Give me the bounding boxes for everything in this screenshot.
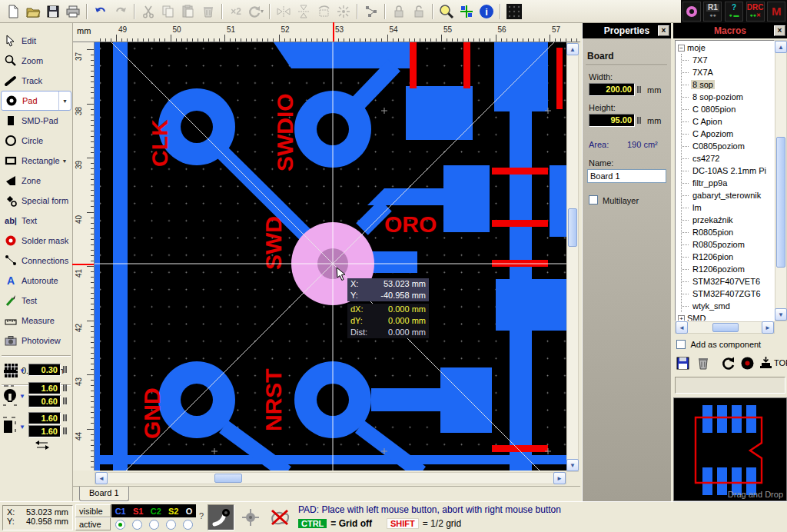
add-as-component-checkbox[interactable] <box>676 340 686 349</box>
tool-autoroute[interactable]: AAutoroute <box>0 271 72 291</box>
drc-tile[interactable]: DRC●●✕ <box>746 2 765 22</box>
pad-macro-tile[interactable] <box>682 2 701 22</box>
expand-icon[interactable]: + <box>678 315 685 322</box>
redo-button[interactable] <box>111 2 131 21</box>
macro-item[interactable]: cs4272 <box>682 152 774 165</box>
board-height-spinner[interactable] <box>636 117 641 124</box>
macro-item[interactable]: DC-10AS 2.1mm Pi <box>682 165 774 177</box>
macro-item[interactable]: 7X7A <box>682 66 774 78</box>
pad-size-dropdown-icon[interactable]: ▼ <box>19 394 25 400</box>
macro-item[interactable]: 8 sop <box>682 78 774 91</box>
delete-button[interactable] <box>198 2 218 21</box>
rotate-button[interactable]: ▼ <box>246 2 266 21</box>
macros-scroll-right-arrow[interactable]: ► <box>762 321 774 334</box>
tool-special-form[interactable]: Special form <box>0 191 72 211</box>
smd-size-dropdown-icon[interactable]: ▼ <box>19 424 25 431</box>
board-width-spinner[interactable] <box>636 86 641 93</box>
macro-item[interactable]: C0805poziom <box>682 140 774 152</box>
collapse-icon[interactable]: − <box>678 45 685 52</box>
macro-item[interactable]: STM32F407VET6 <box>682 275 774 288</box>
place-top-button[interactable] <box>759 356 772 371</box>
test-help-tile[interactable]: ?● ▬ <box>725 2 743 22</box>
macro-root-moje[interactable]: −moje <box>676 42 774 54</box>
layer-active-radio-C2[interactable] <box>149 520 159 530</box>
tool-circle[interactable]: Circle <box>0 131 72 151</box>
pad-drill-field[interactable]: 0.60 <box>28 395 61 407</box>
rectangle-dropdown-icon[interactable]: ▼ <box>62 158 68 164</box>
pad-outer-field[interactable]: 1.60 <box>28 382 61 394</box>
macros-scroll-up-arrow[interactable]: ▲ <box>775 41 787 53</box>
track-width-dropdown-icon[interactable]: ▼ <box>19 368 25 374</box>
new-file-button[interactable] <box>3 2 23 21</box>
vertical-scroll-thumb[interactable] <box>568 208 577 247</box>
layer-active-radio-S1[interactable] <box>132 520 142 530</box>
macros-horizontal-thumb[interactable] <box>712 323 739 332</box>
macro-m-tile[interactable]: M <box>767 2 785 22</box>
paste-button[interactable] <box>178 2 198 21</box>
macros-vertical-thumb[interactable] <box>776 137 785 268</box>
smd-width-spinner[interactable] <box>62 414 67 421</box>
tool-zone[interactable]: Zone <box>0 171 72 191</box>
macro-preview[interactable]: Drag and Drop <box>673 397 787 501</box>
macro-item[interactable]: 8 sop-poziom <box>682 91 774 103</box>
swap-values-icon[interactable] <box>34 441 51 451</box>
delete-macro-button[interactable] <box>696 356 709 371</box>
abort-action-button[interactable] <box>266 504 293 530</box>
print-button[interactable] <box>63 2 83 21</box>
copy-button[interactable] <box>158 2 178 21</box>
layer-visible-S1[interactable]: S1 <box>133 507 143 516</box>
rotate-selection-button[interactable] <box>314 2 334 21</box>
flip-vertical-button[interactable] <box>294 2 314 21</box>
connections-mode-button[interactable] <box>361 2 381 21</box>
scroll-up-arrow[interactable]: ▲ <box>566 43 579 55</box>
scroll-down-arrow[interactable]: ▼ <box>566 459 579 471</box>
duplicate-x2-button[interactable]: ×2 <box>226 2 246 21</box>
tool-test[interactable]: Test <box>0 291 72 311</box>
macro-item[interactable]: C 0805pion <box>682 103 774 115</box>
macros-horizontal-scrollbar[interactable]: ◄ ► <box>675 321 775 334</box>
layer-visible-C1[interactable]: C1 <box>115 507 126 516</box>
smd-height-spinner[interactable] <box>62 427 67 434</box>
tool-edit[interactable]: Edit <box>0 31 72 51</box>
macros-close-button[interactable]: × <box>774 25 785 36</box>
r1-component-tile[interactable]: R1●● <box>703 2 722 22</box>
snap-center-button[interactable] <box>237 504 264 530</box>
pad-layer-button[interactable] <box>741 357 754 371</box>
smd-height-field[interactable]: 1.60 <box>28 425 61 437</box>
open-file-button[interactable] <box>23 2 43 21</box>
scroll-left-arrow[interactable]: ◄ <box>95 472 108 484</box>
macro-item[interactable]: STM32F407ZGT6 <box>682 288 774 300</box>
tool-text[interactable]: ab|Text <box>0 211 72 231</box>
layer-active-radio-C1[interactable] <box>115 520 125 530</box>
flip-horizontal-button[interactable] <box>274 2 294 21</box>
macros-scroll-left-arrow[interactable]: ◄ <box>676 321 688 334</box>
current-tool-button[interactable] <box>208 504 234 530</box>
tool-solder-mask[interactable]: Solder mask <box>0 231 72 251</box>
pcb-canvas[interactable]: CLK SWDIO SWD ORO GND NRST X:53.023 mm Y… <box>95 42 566 470</box>
tool-track[interactable]: Track <box>0 71 72 91</box>
unlock-button[interactable] <box>409 2 429 21</box>
tool-zoom[interactable]: Zoom <box>0 51 72 71</box>
layer-visible-O[interactable]: O <box>186 507 193 516</box>
layer-active-radio-S2[interactable] <box>166 520 176 530</box>
layer-visible-C2[interactable]: C2 <box>151 507 161 516</box>
tool-photoview[interactable]: Photoview <box>0 331 72 351</box>
macro-item[interactable]: wtyk_smd <box>682 300 774 312</box>
lock-button[interactable] <box>389 2 409 21</box>
tool-measure[interactable]: Measure <box>0 311 72 331</box>
canvas-vertical-scrollbar[interactable]: ▲ ▼ <box>566 42 579 472</box>
tool-rectangle[interactable]: Rectangle▼ <box>0 151 72 171</box>
board-width-field[interactable]: 200.00 <box>589 83 635 96</box>
macro-item[interactable]: filtr_pp9a <box>682 177 774 189</box>
info-button[interactable]: i <box>477 2 496 21</box>
pad-drill-spinner[interactable] <box>62 397 67 404</box>
tool-connections[interactable]: Connections <box>0 251 72 271</box>
macro-item[interactable]: gabaryt_sterownik <box>682 189 774 201</box>
undo-button[interactable] <box>91 2 111 21</box>
rotate-macro-button[interactable] <box>721 356 736 372</box>
macro-item[interactable]: R1206pion <box>682 251 774 263</box>
track-width-spinner[interactable] <box>62 366 67 373</box>
macro-root-smd[interactable]: +SMD <box>676 312 774 321</box>
multilayer-checkbox[interactable] <box>589 195 598 204</box>
properties-close-button[interactable]: × <box>658 25 669 36</box>
